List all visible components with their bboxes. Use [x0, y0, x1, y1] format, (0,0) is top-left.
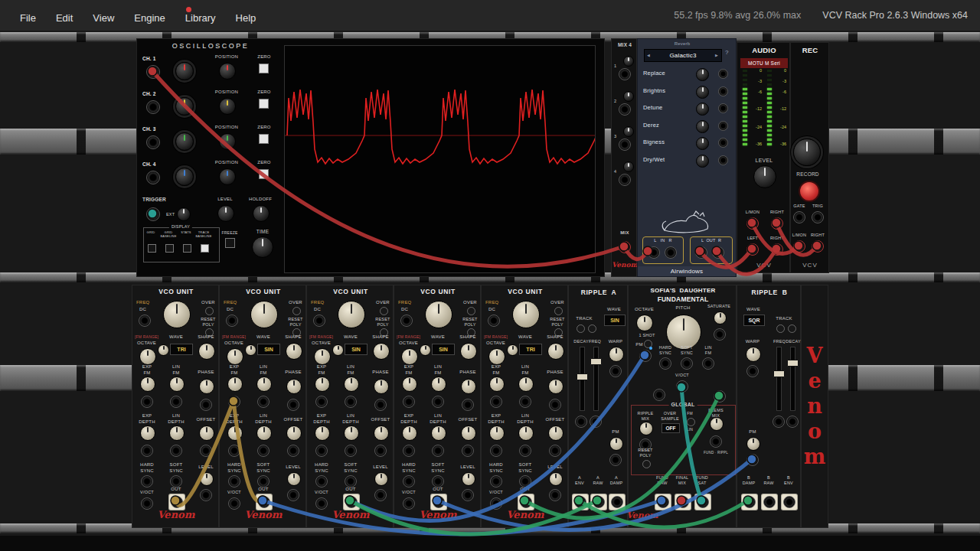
lin-fm-knob[interactable]	[169, 377, 185, 392]
lin-depth-knob[interactable]	[344, 425, 359, 441]
param-knob-3[interactable]	[696, 120, 709, 133]
channel-1-input-port[interactable]	[146, 65, 160, 79]
pm-port[interactable]	[609, 454, 622, 466]
audio-in-left-port[interactable]	[648, 246, 660, 259]
time-knob[interactable]	[252, 236, 273, 258]
soft-sync-port[interactable]	[432, 475, 444, 487]
exp-fm-port[interactable]	[141, 396, 153, 408]
phase-port[interactable]	[374, 399, 387, 411]
warp-port[interactable]	[609, 365, 622, 377]
lin-depth-knob[interactable]	[256, 425, 272, 441]
exp-fm-port[interactable]	[315, 396, 328, 408]
track-button-1[interactable]	[776, 324, 785, 333]
mix-channel-3-knob[interactable]	[623, 126, 634, 137]
freq-cv-port[interactable]	[139, 315, 151, 327]
track-button-2[interactable]	[788, 324, 796, 333]
shape-knob[interactable]	[373, 343, 390, 360]
fm-lin-toggle[interactable]	[687, 418, 695, 426]
mix-channel-1-port[interactable]	[619, 68, 631, 80]
param-cv-port-1[interactable]	[718, 86, 728, 96]
lin-depth-port[interactable]	[432, 445, 444, 457]
level-knob[interactable]	[287, 472, 301, 486]
voct-port[interactable]	[676, 380, 688, 393]
octave-knob[interactable]	[139, 348, 156, 365]
param-knob-0[interactable]	[696, 68, 709, 81]
lin-fm-knob[interactable]	[344, 377, 359, 392]
channel-4-position-knob[interactable]	[219, 168, 236, 185]
wave-knob[interactable]	[245, 344, 256, 356]
display-button-4[interactable]	[201, 244, 209, 253]
level-port[interactable]	[287, 489, 299, 501]
elems-mix-knob[interactable]	[710, 417, 724, 431]
hard-sync-port[interactable]	[403, 475, 415, 487]
display-button-3[interactable]	[183, 244, 191, 253]
final-mix-port[interactable]	[677, 496, 689, 508]
help-button[interactable]: ?	[725, 49, 729, 57]
level-knob[interactable]	[462, 472, 475, 486]
elems-mix-port[interactable]	[710, 435, 722, 448]
freq-knob[interactable]	[512, 301, 540, 328]
freq-knob[interactable]	[338, 301, 365, 328]
output-right-port[interactable]	[771, 243, 783, 256]
lin-depth-port[interactable]	[170, 445, 182, 457]
out-port[interactable]	[258, 496, 270, 508]
fund-raw-port[interactable]	[657, 496, 669, 508]
hard-sync-port[interactable]	[659, 357, 671, 370]
audio-out-left-port[interactable]	[695, 246, 707, 259]
menu-help[interactable]: Help	[236, 12, 256, 24]
out-port[interactable]	[520, 496, 532, 508]
reset-poly-button[interactable]	[642, 460, 651, 468]
monitor-right-port[interactable]	[771, 217, 783, 230]
shape-knob[interactable]	[460, 343, 477, 360]
offset-knob[interactable]	[199, 425, 214, 441]
preset-prev-button[interactable]: ◀	[647, 53, 650, 57]
phase-knob[interactable]	[286, 379, 302, 394]
exp-fm-knob[interactable]	[402, 377, 417, 392]
monitor-left-port[interactable]	[746, 217, 759, 230]
pm-port[interactable]	[639, 350, 652, 362]
phase-knob[interactable]	[548, 379, 564, 394]
lin-depth-port[interactable]	[519, 445, 531, 457]
octave-knob[interactable]	[488, 348, 505, 365]
rec-right-port[interactable]	[812, 240, 824, 253]
offset-port[interactable]	[287, 445, 299, 457]
lin-depth-port[interactable]	[257, 445, 270, 457]
display-button-1[interactable]	[148, 244, 156, 253]
oversample-button[interactable]	[380, 307, 388, 315]
offset-port[interactable]	[462, 445, 474, 457]
freq-slider[interactable]	[593, 347, 599, 411]
warp-port[interactable]	[746, 365, 759, 377]
octave-knob[interactable]	[227, 348, 243, 365]
channel-1-range-knob[interactable]	[175, 62, 194, 80]
menu-library[interactable]: Library	[185, 12, 216, 24]
decay-cv-port[interactable]	[575, 416, 587, 428]
param-knob-1[interactable]	[696, 86, 709, 99]
freq-knob[interactable]	[250, 301, 278, 328]
lin-depth-knob[interactable]	[518, 425, 534, 441]
audio-in-right-port[interactable]	[665, 246, 677, 259]
channel-2-range-knob[interactable]	[175, 97, 194, 116]
voct-port[interactable]	[141, 497, 153, 510]
phase-port[interactable]	[462, 399, 474, 411]
channel-2-position-knob[interactable]	[219, 98, 236, 115]
exp-depth-port[interactable]	[141, 445, 153, 457]
octave-knob[interactable]	[636, 315, 653, 331]
aux-right-port[interactable]	[714, 390, 726, 403]
channel-4-range-knob[interactable]	[175, 168, 194, 186]
b-raw-port[interactable]	[763, 496, 776, 508]
oversample-display[interactable]: OFF	[662, 423, 680, 433]
aux-left-port[interactable]	[653, 389, 665, 401]
lin-fm-knob[interactable]	[256, 377, 272, 392]
pm-knob[interactable]	[609, 437, 623, 451]
trig-port[interactable]	[812, 211, 824, 223]
saturate-knob[interactable]	[714, 311, 727, 324]
out-port[interactable]	[345, 496, 358, 508]
channel-3-position-knob[interactable]	[219, 133, 236, 150]
lin-fm-port[interactable]	[702, 357, 714, 370]
out-port[interactable]	[433, 496, 445, 508]
level-knob[interactable]	[374, 472, 388, 486]
level-knob[interactable]	[753, 165, 776, 188]
freq-cv-port[interactable]	[400, 315, 413, 327]
lin-fm-port[interactable]	[257, 396, 270, 408]
lin-depth-knob[interactable]	[431, 425, 446, 441]
